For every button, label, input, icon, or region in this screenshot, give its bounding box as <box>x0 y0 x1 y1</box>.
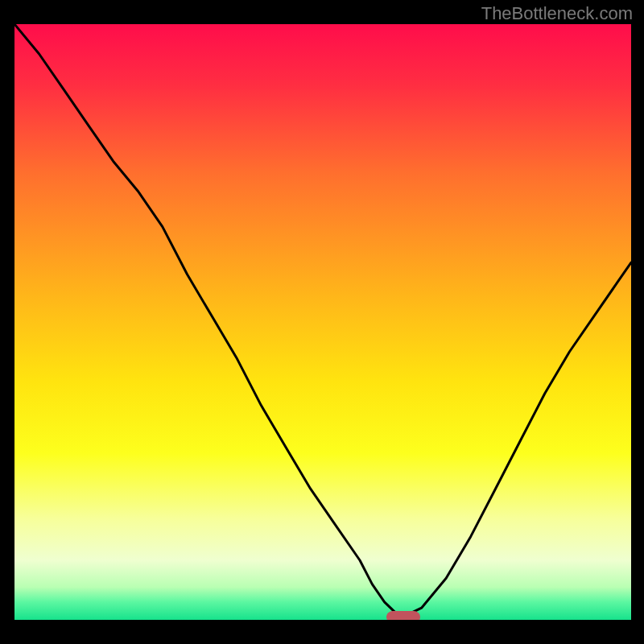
svg-rect-5 <box>0 620 644 644</box>
attribution-text: TheBottleneck.com <box>481 3 633 24</box>
svg-rect-1 <box>14 24 631 620</box>
bottleneck-chart <box>0 0 644 644</box>
svg-rect-3 <box>631 0 644 644</box>
chart-frame: TheBottleneck.com <box>0 0 644 644</box>
svg-rect-2 <box>0 0 14 644</box>
